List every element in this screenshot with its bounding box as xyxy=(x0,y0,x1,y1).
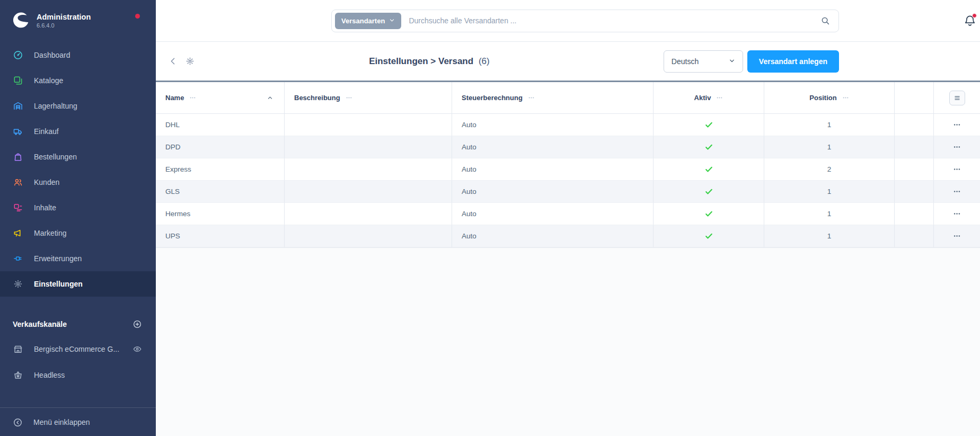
sidebar-item-einstellungen[interactable]: Einstellungen xyxy=(0,271,156,297)
cell-name[interactable]: Express xyxy=(156,158,285,181)
cell-name[interactable]: GLS xyxy=(156,181,285,203)
column-label: Beschreibung xyxy=(294,94,340,102)
add-sales-channel-button[interactable] xyxy=(133,319,142,329)
cell-steuerberechnung: Auto xyxy=(452,114,654,136)
column-header-steuerberechnung[interactable]: Steuerberechnung xyxy=(452,82,654,114)
cell-position: 2 xyxy=(764,158,895,181)
sidebar-item-einkauf[interactable]: Einkauf xyxy=(0,119,156,144)
cell-steuerberechnung: Auto xyxy=(452,181,654,203)
column-header-name[interactable]: Name xyxy=(156,82,285,114)
table-row[interactable]: GLSAuto1 xyxy=(156,181,980,203)
column-label: Aktiv xyxy=(694,94,711,102)
item-count: (6) xyxy=(479,56,490,66)
cell-actions xyxy=(934,181,980,203)
cell-beschreibung xyxy=(285,158,452,181)
back-button[interactable] xyxy=(169,57,178,66)
check-icon xyxy=(704,232,713,241)
cell-steuerberechnung: Auto xyxy=(452,136,654,158)
cell-spacer xyxy=(895,181,934,203)
cell-name[interactable]: UPS xyxy=(156,225,285,247)
grid-settings-button[interactable] xyxy=(949,91,965,105)
language-select[interactable]: Deutsch xyxy=(664,50,743,73)
column-header-aktiv[interactable]: Aktiv xyxy=(654,82,764,114)
search-scope-pill[interactable]: Versandarten xyxy=(335,13,401,29)
sidebar-item-dashboard[interactable]: Dashboard xyxy=(0,42,156,68)
main-nav: DashboardKatalogeLagerhaltungEinkaufBest… xyxy=(0,42,156,297)
table-row[interactable]: HermesAuto1 xyxy=(156,203,980,225)
sales-channel-label: Bergisch eCommerce G... xyxy=(34,345,133,353)
row-context-menu-button[interactable] xyxy=(950,230,964,242)
cell-name[interactable]: DPD xyxy=(156,136,285,158)
catalogues-icon xyxy=(13,75,23,86)
notifications-button[interactable] xyxy=(963,14,977,28)
sidebar-item-lagerhaltung[interactable]: Lagerhaltung xyxy=(0,93,156,119)
column-label: Name xyxy=(165,94,184,102)
sidebar-item-kataloge[interactable]: Kataloge xyxy=(0,68,156,93)
column-header-position[interactable]: Position xyxy=(764,82,895,114)
sidebar-item-erweiterungen[interactable]: Erweiterungen xyxy=(0,246,156,271)
check-icon xyxy=(704,143,713,152)
column-context-menu-icon[interactable] xyxy=(189,94,196,101)
cell-steuerberechnung: Auto xyxy=(452,203,654,225)
page-title: Einstellungen > Versand (6) xyxy=(195,56,664,67)
column-context-menu-icon[interactable] xyxy=(842,94,849,101)
chevron-left-circle-icon xyxy=(13,417,23,428)
sidebar-item-bestellungen[interactable]: Bestellungen xyxy=(0,144,156,170)
table-row[interactable]: DHLAuto1 xyxy=(156,114,980,136)
collapse-menu-button[interactable]: Menü einklappen xyxy=(0,408,156,436)
cell-name[interactable]: DHL xyxy=(156,114,285,136)
sidebar-item-inhalte[interactable]: Inhalte xyxy=(0,195,156,220)
column-context-menu-icon[interactable] xyxy=(716,94,723,101)
column-context-menu-icon[interactable] xyxy=(528,94,535,101)
row-context-menu-button[interactable] xyxy=(950,164,964,175)
cell-actions xyxy=(934,136,980,158)
sales-channels-heading: Verkaufskanäle xyxy=(13,320,67,328)
eye-icon[interactable] xyxy=(133,344,142,354)
shopware-logo-icon xyxy=(12,12,30,30)
column-label: Steuerberechnung xyxy=(462,94,523,102)
sidebar-item-marketing[interactable]: Marketing xyxy=(0,220,156,246)
users-icon xyxy=(13,177,23,188)
sidebar-item-label: Dashboard xyxy=(34,51,70,59)
column-context-menu-icon[interactable] xyxy=(346,94,352,101)
row-context-menu-button[interactable] xyxy=(950,141,964,153)
sales-channel-item[interactable]: Headless xyxy=(0,362,156,388)
app-version: 6.6.4.0 xyxy=(37,22,91,30)
row-context-menu-button[interactable] xyxy=(950,186,964,198)
dashboard-icon xyxy=(13,50,23,60)
search-icon xyxy=(820,16,830,25)
sidebar-item-label: Bestellungen xyxy=(34,153,77,161)
table-row[interactable]: DPDAuto1 xyxy=(156,136,980,158)
search-input[interactable] xyxy=(409,16,820,25)
cell-steuerberechnung: Auto xyxy=(452,158,654,181)
sidebar-item-label: Inhalte xyxy=(34,203,56,212)
check-icon xyxy=(704,120,713,129)
shipping-methods-grid: Name Beschreibung Steuerberechnung Aktiv… xyxy=(156,81,980,248)
sales-channel-item[interactable]: Bergisch eCommerce G... xyxy=(0,336,156,362)
sales-channels-section: Verkaufskanäle Bergisch eCommerce G...He… xyxy=(0,313,156,388)
cell-actions xyxy=(934,203,980,225)
column-header-beschreibung[interactable]: Beschreibung xyxy=(285,82,452,114)
row-context-menu-button[interactable] xyxy=(950,119,964,131)
cell-beschreibung xyxy=(285,225,452,247)
grid-header-row: Name Beschreibung Steuerberechnung Aktiv… xyxy=(156,82,980,114)
content-icon xyxy=(13,202,23,213)
cell-steuerberechnung: Auto xyxy=(452,225,654,247)
row-context-menu-button[interactable] xyxy=(950,208,964,220)
table-row[interactable]: UPSAuto1 xyxy=(156,225,980,247)
search-scope-label: Versandarten xyxy=(341,17,385,25)
main-area: Versandarten Einstellungen > Versand (6)… xyxy=(156,0,980,436)
check-icon xyxy=(704,187,713,196)
cell-spacer xyxy=(895,225,934,247)
plug-icon xyxy=(13,253,23,264)
table-row[interactable]: ExpressAuto2 xyxy=(156,158,980,181)
cell-name[interactable]: Hermes xyxy=(156,203,285,225)
sidebar-header: Administration 6.6.4.0 xyxy=(0,0,156,30)
column-label: Position xyxy=(809,94,836,102)
breadcrumb: Einstellungen > Versand xyxy=(369,56,473,66)
cell-position: 1 xyxy=(764,225,895,247)
cell-spacer xyxy=(895,158,934,181)
sidebar-item-kunden[interactable]: Kunden xyxy=(0,170,156,195)
settings-shortcut-button[interactable] xyxy=(185,56,195,66)
create-shipping-method-button[interactable]: Versandart anlegen xyxy=(747,50,839,73)
